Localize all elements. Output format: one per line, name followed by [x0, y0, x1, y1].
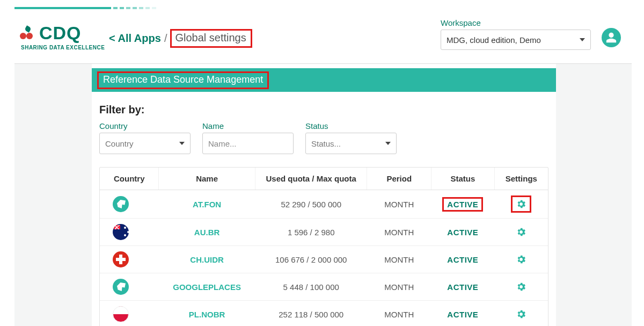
status-badge: ACTIVE [444, 281, 481, 293]
table-row: AU.BR1 596 / 2 980MONTHACTIVE [100, 219, 548, 246]
th-country[interactable]: Country [100, 168, 159, 190]
main-content: Reference Data Source Management Filter … [92, 64, 556, 326]
user-avatar[interactable] [602, 28, 621, 47]
country-flag-icon [113, 306, 129, 322]
country-flag-icon [113, 224, 129, 240]
status-badge: ACTIVE [442, 197, 483, 212]
filter-status-label: Status [305, 121, 397, 131]
status-badge: ACTIVE [444, 254, 481, 265]
gear-icon [516, 254, 526, 265]
period-value: MONTH [384, 310, 414, 319]
source-name-link[interactable]: CH.UIDR [190, 255, 224, 264]
logo-subtitle: SHARING DATA EXCELLENCE [21, 45, 105, 50]
workspace-selected-value: MDG, cloud edition, Demo [447, 35, 541, 45]
gear-icon [516, 309, 526, 320]
brand-logo[interactable]: CDQ SHARING DATA EXCELLENCE [20, 23, 105, 50]
data-sources-table: Country Name Used quota / Max quota Peri… [100, 168, 548, 326]
gear-icon [516, 281, 526, 292]
country-flag-icon [113, 251, 129, 267]
period-value: MONTH [384, 282, 414, 292]
logo-cherries-icon [20, 25, 36, 41]
table-row: GOOGLEPLACES5 448 / 100 000MONTHACTIVE [100, 273, 548, 301]
quota-value: 52 290 / 500 000 [281, 200, 341, 209]
country-flag-icon [113, 196, 129, 212]
settings-button[interactable] [514, 279, 529, 294]
breadcrumb: < All Apps / Global settings [109, 29, 252, 48]
country-flag-icon [113, 279, 129, 295]
filter-status-select[interactable]: Status... [305, 133, 397, 154]
table-row: CH.UIDR106 676 / 2 000 000MONTHACTIVE [100, 246, 548, 273]
table-row: PL.NOBR252 118 / 500 000MONTHACTIVE [100, 301, 548, 327]
settings-button[interactable] [514, 252, 529, 267]
settings-button[interactable] [511, 195, 531, 213]
source-name-link[interactable]: AU.BR [194, 228, 220, 237]
table-row: AT.FON52 290 / 500 000MONTHACTIVE [100, 190, 548, 219]
top-accent-bar [14, 7, 630, 9]
gear-icon [516, 199, 526, 209]
period-value: MONTH [384, 200, 414, 209]
settings-button[interactable] [514, 307, 529, 322]
filter-country-select[interactable]: Country [99, 133, 191, 154]
person-icon [605, 32, 617, 44]
quota-value: 252 118 / 500 000 [279, 310, 343, 319]
breadcrumb-all-apps[interactable]: < All Apps [109, 32, 161, 45]
filter-name-input[interactable] [202, 133, 294, 154]
status-badge: ACTIVE [444, 309, 481, 320]
filter-name-label: Name [202, 121, 294, 131]
workspace-select[interactable]: MDG, cloud edition, Demo [441, 30, 591, 50]
source-name-link[interactable]: AT.FON [193, 200, 221, 209]
chevron-down-icon [385, 142, 391, 145]
workspace-label: Workspace [441, 18, 591, 27]
quota-value: 5 448 / 100 000 [283, 282, 339, 292]
period-value: MONTH [384, 228, 414, 237]
filter-country-label: Country [99, 121, 191, 131]
source-name-link[interactable]: PL.NOBR [189, 310, 225, 319]
breadcrumb-current: Global settings [175, 32, 246, 44]
logo-text: CDQ [39, 23, 82, 44]
th-period[interactable]: Period [367, 168, 431, 190]
filter-title: Filter by: [99, 104, 548, 116]
chevron-down-icon [580, 38, 585, 41]
period-value: MONTH [384, 255, 414, 264]
settings-button[interactable] [514, 224, 529, 240]
th-name[interactable]: Name [159, 168, 255, 190]
source-name-link[interactable]: GOOGLEPLACES [173, 282, 241, 292]
breadcrumb-separator: / [164, 32, 167, 45]
th-status[interactable]: Status [431, 168, 495, 190]
gear-icon [516, 227, 526, 237]
th-settings[interactable]: Settings [494, 168, 548, 190]
th-quota[interactable]: Used quota / Max quota [255, 168, 367, 190]
page-title-banner: Reference Data Source Management [92, 68, 556, 92]
quota-value: 106 676 / 2 000 000 [275, 255, 347, 264]
chevron-down-icon [179, 142, 185, 145]
page-title: Reference Data Source Management [103, 74, 263, 85]
quota-value: 1 596 / 2 980 [288, 228, 335, 237]
status-badge: ACTIVE [444, 227, 481, 238]
